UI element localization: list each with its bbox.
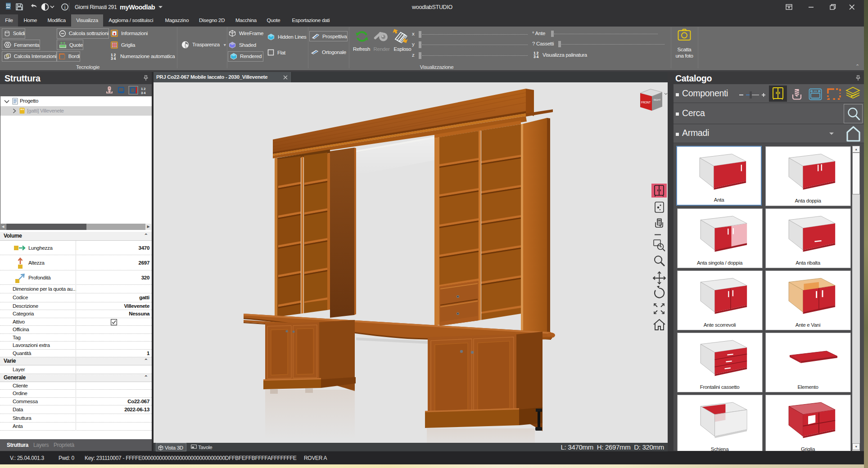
- svg-text:i: i: [64, 4, 65, 10]
- svg-text:3 4: 3 4: [141, 91, 146, 95]
- svg-text:1 2: 1 2: [141, 87, 146, 91]
- svg-text:RIGHT: RIGHT: [654, 99, 661, 101]
- svg-text:FRONT: FRONT: [641, 101, 651, 104]
- svg-text:Giorni Rimasti 291: Giorni Rimasti 291: [75, 4, 117, 10]
- svg-text:3 4: 3 4: [111, 56, 116, 60]
- svg-text:3 4: 3 4: [533, 54, 538, 58]
- svg-text:myWoodlab: myWoodlab: [120, 4, 155, 11]
